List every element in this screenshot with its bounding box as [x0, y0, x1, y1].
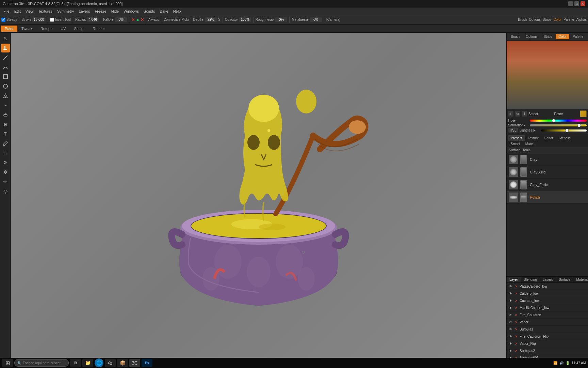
tool-fill[interactable] [1, 91, 10, 100]
menu-view[interactable]: View [23, 9, 36, 14]
close-button[interactable]: ✕ [581, 1, 585, 6]
brush-clayfade[interactable]: Clay_Fade [507, 179, 588, 191]
layer-vapor-visibility[interactable]: 👁 [508, 320, 513, 324]
layer-vapor-flip-x[interactable]: ✕ [514, 341, 518, 346]
surface-label[interactable]: Surface [509, 148, 520, 152]
tab-alphas[interactable]: Alphas [587, 34, 588, 39]
falloff-value[interactable]: 0% [115, 17, 127, 22]
tab-retopo[interactable]: Retopo [36, 26, 56, 32]
color-swatch[interactable] [580, 110, 587, 117]
tab-brush[interactable]: Brush [508, 34, 522, 39]
tool-move[interactable]: ✥ [1, 168, 10, 177]
refresh-icon-btn[interactable]: ↺ [515, 111, 520, 117]
tool-text[interactable]: T [1, 129, 10, 138]
tool-curve[interactable] [1, 63, 10, 72]
hue-slider[interactable] [530, 120, 587, 122]
x-btn2[interactable]: ✕ [141, 17, 144, 22]
camera-label[interactable]: [Camera] [326, 18, 340, 21]
menu-freeze[interactable]: Freeze [93, 9, 108, 14]
opacity-label[interactable]: Opacity▸ [225, 18, 238, 21]
tool-eyedrop[interactable] [1, 139, 10, 148]
roughness-value[interactable]: 0% [275, 17, 287, 22]
tool-eraser[interactable] [1, 110, 10, 119]
tool-blur[interactable]: ◎ [1, 187, 10, 196]
tool-settings[interactable]: ⚙ [1, 158, 10, 167]
layer-vapor-x[interactable]: ✕ [514, 320, 518, 324]
tab-strips[interactable]: Strips [541, 34, 555, 39]
layer-manilla[interactable]: 👁 ✕ ManillaCaldero_low [507, 304, 588, 311]
layer-caldero-x[interactable]: ✕ [514, 291, 518, 295]
always-label[interactable]: Always [148, 18, 159, 21]
tab-palette[interactable]: Palette [570, 34, 586, 39]
tab-color[interactable]: Color [556, 34, 569, 39]
menu-edit[interactable]: Edit [12, 9, 23, 14]
saturation-knob[interactable] [577, 124, 581, 127]
tab-tweak[interactable]: Tweak [17, 26, 36, 32]
layer-burbujas[interactable]: 👁 ✕ Burbujas [507, 326, 588, 333]
color-preview-area[interactable] [507, 41, 588, 109]
tool-paint[interactable] [1, 44, 10, 52]
layer-tab-layers[interactable]: Layers [540, 277, 556, 282]
menu-file[interactable]: File [1, 9, 12, 14]
falloff-label[interactable]: Falloff▸ [103, 18, 114, 21]
taskbar-explorer[interactable]: 📁 [82, 359, 93, 367]
taskbar-task-view[interactable]: ⧉ [70, 359, 81, 367]
roughness-label[interactable]: Roughness▸ [256, 18, 275, 21]
stroke-value[interactable]: 15,000 [32, 17, 46, 22]
taskbar-chrome[interactable]: 🌐 [95, 358, 103, 367]
hue-label[interactable]: Hue▸ [508, 119, 528, 122]
layer-fire-flip-visibility[interactable]: 👁 [508, 334, 513, 339]
steady-checkbox[interactable] [1, 18, 5, 22]
layer-tab-surface[interactable]: Surface [556, 277, 573, 282]
tab-render[interactable]: Render [88, 26, 109, 32]
menu-windows[interactable]: Windows [121, 9, 141, 14]
connective-label[interactable]: Connective [163, 18, 180, 21]
menu-layers[interactable]: Layers [77, 9, 92, 14]
hue-knob[interactable] [552, 119, 555, 122]
menu-help[interactable]: Help [171, 9, 183, 14]
radius-value[interactable]: 4,046 [87, 17, 99, 22]
search-placeholder[interactable]: Escribe aquí para buscar [23, 361, 61, 365]
layer-fire[interactable]: 👁 ✕ Fire_Cauldron [507, 311, 588, 319]
layer-patas[interactable]: 👁 ✕ PatasCaldero_low [507, 283, 588, 290]
metalness-value[interactable]: 0% [310, 17, 322, 22]
metalness-label[interactable]: Metalness▸ [292, 18, 309, 21]
depth-value[interactable]: 22% [205, 17, 217, 22]
viewport[interactable] [11, 33, 506, 358]
invert-checkbox[interactable] [50, 18, 54, 22]
layer-cuchara-visibility[interactable]: 👁 [508, 298, 513, 303]
taskbar-wifi[interactable]: 📶 [553, 361, 557, 365]
lightness-label[interactable]: Lightness▸ [519, 128, 540, 132]
layer-caldero[interactable]: 👁 ✕ Caldero_low [507, 290, 588, 297]
tab-options[interactable]: Options [523, 34, 540, 39]
layer-vapor[interactable]: 👁 ✕ Vapor [507, 319, 588, 326]
taskbar-photoshop[interactable]: Ps [142, 359, 152, 367]
tool-smudge[interactable]: ~ [1, 101, 10, 110]
layer-caldero-visibility[interactable]: 👁 [508, 291, 513, 296]
tool-clone[interactable]: ⊕ [1, 120, 10, 129]
taskbar-3dcoat[interactable]: 3C [129, 359, 140, 367]
lightness-slider[interactable] [541, 129, 587, 132]
saturation-slider[interactable] [530, 124, 587, 126]
pick-label[interactable]: Picki [181, 18, 189, 21]
layer-manilla-visibility[interactable]: 👁 [508, 305, 513, 310]
layer-vapor-flip[interactable]: 👁 ✕ Vapor_Flip [507, 340, 588, 347]
layer-burbujas003-visibility[interactable]: 👁 [508, 355, 513, 358]
select-label[interactable]: Select [528, 112, 553, 116]
taskbar-search[interactable]: 🔍 Escribe aquí para buscar [14, 359, 69, 367]
menu-scripts[interactable]: Scripts [142, 9, 157, 14]
tab-uv[interactable]: UV [56, 26, 70, 32]
menu-textures[interactable]: Textures [36, 9, 54, 14]
taskbar-store[interactable]: 🛍 [105, 359, 116, 367]
tab-editor[interactable]: Editor [542, 135, 556, 141]
layer-fire-flip[interactable]: 👁 ✕ Fire_Cauldron_Flip [507, 333, 588, 340]
layer-cuchara[interactable]: 👁 ✕ Cuchara_low [507, 297, 588, 304]
layer-burbujas2[interactable]: 👁 ✕ Burbujas2 [507, 347, 588, 354]
brush-clay[interactable]: Clay [507, 153, 588, 166]
tool-cursor[interactable]: ↖ [1, 34, 10, 43]
layer-tab-layer[interactable]: Layer [507, 277, 521, 282]
layer-burbujas-x[interactable]: ✕ [514, 327, 518, 331]
layer-burbujas003[interactable]: 👁 ✕ Burbujas003 [507, 354, 588, 358]
taskbar-app1[interactable]: 📦 [117, 359, 128, 367]
menu-bake[interactable]: Bake [158, 9, 170, 14]
